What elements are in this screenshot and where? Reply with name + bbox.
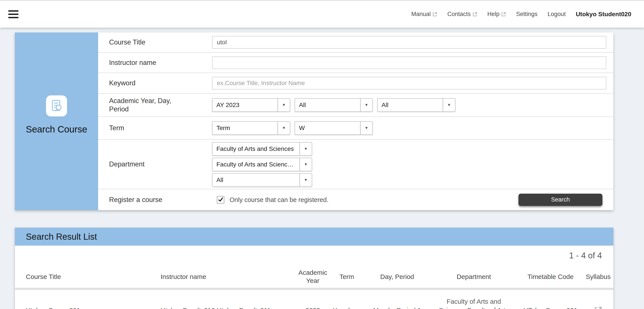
search-form: Course Title Instructor name Keyword Aca… xyxy=(98,33,613,210)
row-instructor-name: Instructor name xyxy=(98,53,613,73)
chevron-down-icon: ▼ xyxy=(360,99,372,111)
academic-year-select[interactable]: AY 2023 ▼ xyxy=(212,98,290,112)
cell-day-period: MondayPeriod 1 xyxy=(364,306,430,309)
term-label: Term xyxy=(109,124,188,132)
term-type-select[interactable]: Term ▼ xyxy=(212,121,290,135)
cell-course-title[interactable]: Utokyo Course001 xyxy=(26,306,160,309)
row-department: Department Faculty of Arts and Sciences … xyxy=(98,140,613,189)
chevron-down-icon: ▼ xyxy=(278,122,290,134)
row-course-title: Course Title xyxy=(98,33,613,53)
department-level1-value: Faculty of Arts and Sciences xyxy=(212,145,300,152)
search-course-panel: Search Course xyxy=(15,33,98,210)
nav-manual-label: Manual xyxy=(411,11,431,18)
nav-help-label: Help xyxy=(488,11,500,18)
external-link-icon xyxy=(432,12,437,17)
header-course-title: Course Title xyxy=(26,272,160,281)
chevron-down-icon: ▼ xyxy=(278,99,290,111)
nav-logout-label: Logout xyxy=(548,11,566,18)
term-value-select-value: W xyxy=(295,125,360,132)
chevron-down-icon: ▼ xyxy=(300,158,312,171)
header-term: Term xyxy=(329,272,364,281)
search-result-title: Search Result List xyxy=(26,232,97,242)
department-label: Department xyxy=(109,160,188,168)
day-select[interactable]: All ▼ xyxy=(294,98,373,112)
search-course-card: Search Course Course Title Instructor na… xyxy=(15,33,613,210)
department-selects: Faculty of Arts and Sciences ▼ Faculty o… xyxy=(212,142,312,187)
search-button[interactable]: Search xyxy=(518,194,602,206)
day-select-value: All xyxy=(295,102,360,109)
chevron-down-icon: ▼ xyxy=(443,99,455,111)
row-academic-year-day-period: Academic Year, Day, Period AY 2023 ▼ All… xyxy=(98,94,613,117)
chevron-down-icon: ▼ xyxy=(360,122,372,134)
table-row: Utokyo Course001 Utokyo Faculty010,Utoky… xyxy=(15,290,613,309)
course-title-input[interactable] xyxy=(212,36,606,49)
top-bar: Manual Contacts Help Settings Logout xyxy=(0,0,644,28)
department-level1-select[interactable]: Faculty of Arts and Sciences ▼ xyxy=(212,142,312,156)
instructor-name-input[interactable] xyxy=(212,56,606,69)
header-day-period: Day, Period xyxy=(364,272,430,281)
term-value-select[interactable]: W ▼ xyxy=(294,121,373,135)
external-link-icon[interactable] xyxy=(594,306,602,309)
department-level2-select[interactable]: Faculty of Arts and Sciences F… ▼ xyxy=(212,158,312,171)
cell-department: Faculty of Arts and Sciences Faculty of … xyxy=(430,297,518,309)
external-link-icon xyxy=(501,12,506,17)
course-title-label: Course Title xyxy=(109,38,188,47)
results-table-header-row: Course Title Instructor name Academic Ye… xyxy=(15,265,613,288)
department-level3-select[interactable]: All ▼ xyxy=(212,173,312,187)
table-divider xyxy=(15,288,613,290)
row-keyword: Keyword xyxy=(98,73,613,94)
department-level3-value: All xyxy=(212,177,300,184)
nav-logout[interactable]: Logout xyxy=(548,11,566,18)
nav-settings[interactable]: Settings xyxy=(516,11,538,18)
instructor-name-label: Instructor name xyxy=(109,59,188,67)
panel-title: Search Course xyxy=(15,124,98,135)
term-type-select-value: Term xyxy=(212,125,278,132)
register-checkbox[interactable] xyxy=(217,196,224,203)
keyword-input[interactable] xyxy=(212,77,606,90)
nav-manual[interactable]: Manual xyxy=(411,11,438,18)
nav-contacts-label: Contacts xyxy=(447,11,471,18)
top-nav: Manual Contacts Help Settings Logout xyxy=(411,11,644,18)
row-register: Register a course Only course that can b… xyxy=(98,189,613,210)
cell-term: Year-long xyxy=(329,306,364,309)
search-result-header: Search Result List xyxy=(15,228,613,246)
chevron-down-icon: ▼ xyxy=(300,143,312,155)
chevron-down-icon: ▼ xyxy=(300,174,312,186)
checkmark-icon xyxy=(218,196,223,202)
result-count: 1 - 4 of 4 xyxy=(569,251,602,260)
header-department: Department xyxy=(430,272,518,281)
cell-instructor: Utokyo Faculty010,Utokyo Faculty011 xyxy=(160,306,296,309)
menu-hamburger-icon[interactable] xyxy=(8,10,18,18)
document-search-icon xyxy=(46,95,67,116)
header-syllabus: Syllabus xyxy=(583,272,613,281)
academic-year-select-value: AY 2023 xyxy=(212,102,278,109)
department-level2-value: Faculty of Arts and Sciences F… xyxy=(212,161,300,168)
register-label: Register a course xyxy=(109,196,188,204)
user-name: Utokyo Student020 xyxy=(576,11,631,18)
period-select[interactable]: All ▼ xyxy=(377,98,456,112)
period-select-value: All xyxy=(378,102,443,109)
header-academic-year: Academic Year xyxy=(296,268,329,285)
nav-contacts[interactable]: Contacts xyxy=(447,11,477,18)
cell-timetable-code: UTokyoCourse001 xyxy=(518,306,583,309)
nav-settings-label: Settings xyxy=(516,11,538,18)
keyword-label: Keyword xyxy=(109,79,188,87)
search-result-card: Search Result List 1 - 4 of 4 Course Tit… xyxy=(15,228,613,309)
header-timetable-code: Timetable Code xyxy=(518,272,583,281)
academic-year-day-period-label: Academic Year, Day, Period xyxy=(109,97,188,113)
external-link-icon xyxy=(472,12,477,17)
header-instructor: Instructor name xyxy=(160,272,296,281)
register-checkbox-label: Only course that can be registered. xyxy=(230,196,328,203)
cell-syllabus xyxy=(583,306,613,309)
nav-help[interactable]: Help xyxy=(488,11,506,18)
row-term: Term Term ▼ W ▼ xyxy=(98,117,613,140)
cell-academic-year: 2023 xyxy=(296,306,329,309)
result-count-row: 1 - 4 of 4 xyxy=(15,246,613,265)
